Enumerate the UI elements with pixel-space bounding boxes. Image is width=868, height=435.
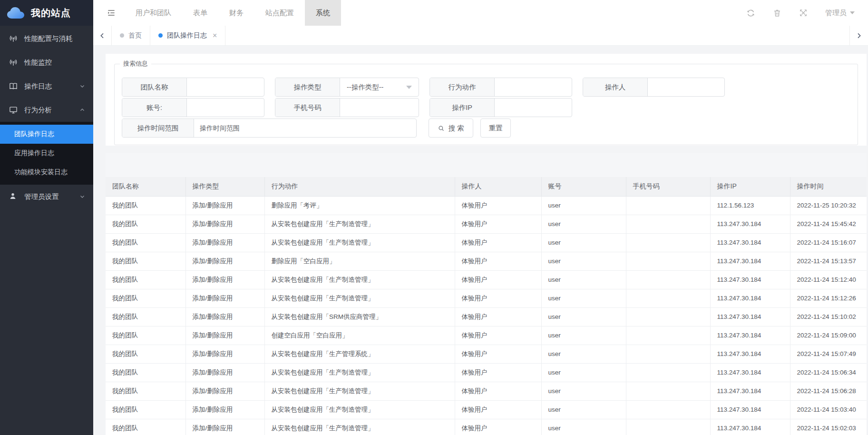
table-cell: 我的团队 [106,307,185,326]
table-cell: 添加/删除应用 [185,400,264,419]
tabs-scroll-left-button[interactable] [93,26,112,45]
close-icon[interactable]: × [213,32,217,40]
search-button[interactable]: 搜 索 [429,119,473,138]
table-cell: user [541,345,626,363]
tab-0[interactable]: 首页 [112,26,150,45]
action-input[interactable] [495,78,572,96]
top-menu-item[interactable]: 站点配置 [254,0,305,26]
refresh-icon[interactable] [746,9,755,18]
table-cell: 我的团队 [106,289,185,307]
table-cell: 我的团队 [106,363,185,382]
table-cell: 113.247.30.184 [710,270,790,289]
table-row: 我的团队添加/删除应用删除应用「空白应用」体验用户user113.247.30.… [106,252,867,270]
team-name-input[interactable] [187,78,264,96]
sidebar-item[interactable]: 操作日志 [0,74,93,98]
search-icon [438,125,445,132]
table-cell [626,233,710,252]
table-cell: 从安装包创建应用「生产制造管理」 [264,233,455,252]
table-cell: 2022-11-25 10:20:32 [790,196,867,215]
search-fieldset: 搜索信息 团队名称 操作类型 --操作类型-- 行为动作 [114,59,858,145]
table-row: 我的团队添加/删除应用创建空白应用「空白应用」体验用户user113.247.3… [106,326,867,345]
monitor-icon [9,105,18,115]
column-header: 团队名称 [106,177,185,196]
sidebar-item[interactable]: 性能监控 [0,50,93,74]
sidebar: 性能配置与消耗性能监控操作日志行为分析团队操作日志应用操作日志功能模块安装日志管… [0,26,93,435]
table-cell: 创建空白应用「空白应用」 [264,326,455,345]
tab-status-dot [158,33,163,38]
action-field: 行为动作 [429,78,572,97]
table-cell: 添加/删除应用 [185,307,264,326]
top-menu-item[interactable]: 用户和团队 [125,0,182,26]
sidebar-subitem[interactable]: 团队操作日志 [0,125,93,144]
search-button-label: 搜 索 [448,124,464,133]
ip-label: 操作IP [430,99,495,117]
table-cell: user [541,326,626,345]
table-cell: 我的团队 [106,270,185,289]
table-cell [626,363,710,382]
logo: 我的站点 [0,0,93,26]
top-menu-item[interactable]: 财务 [218,0,254,26]
table-cell: 体验用户 [455,382,541,400]
table-cell: 我的团队 [106,196,185,215]
table-cell: 从安装包创建应用「生产制造管理」 [264,289,455,307]
broadcast-icon [9,58,18,67]
column-header: 操作时间 [790,177,867,196]
sidebar-item[interactable]: 性能配置与消耗 [0,27,93,50]
tab-active[interactable]: 团队操作日志× [150,26,225,45]
table-cell: user [541,233,626,252]
sidebar-item[interactable]: 管理员设置 [0,185,93,208]
table-row: 我的团队添加/删除应用从安装包创建应用「生产制造管理」体验用户user113.2… [106,382,867,400]
table-cell: 2022-11-24 15:45:42 [790,215,867,233]
account-input[interactable] [187,99,264,117]
sidebar-subitem[interactable]: 功能模块安装日志 [0,163,93,182]
table-cell: 113.247.30.184 [710,363,790,382]
fullscreen-icon[interactable] [799,9,808,17]
table-cell: 113.247.30.184 [710,400,790,419]
phone-label: 手机号码 [275,99,340,117]
table-row: 我的团队添加/删除应用从安装包创建应用「生产制造管理」体验用户user113.2… [106,289,867,307]
table-cell: 体验用户 [455,215,541,233]
search-legend: 搜索信息 [120,59,151,68]
team-name-label: 团队名称 [122,78,187,96]
sidebar-subitem[interactable]: 应用操作日志 [0,144,93,163]
table-cell: 2022-11-24 15:12:40 [790,270,867,289]
table-cell: 体验用户 [455,196,541,215]
top-menu-item[interactable]: 系统 [305,0,341,26]
table-cell [626,419,710,435]
account-label: 账号: [122,99,187,117]
user-menu[interactable]: 管理员 [825,9,855,18]
ip-input[interactable] [495,99,572,117]
table-cell: 2022-11-24 15:10:02 [790,307,867,326]
table-cell: 添加/删除应用 [185,289,264,307]
sidebar-item[interactable]: 行为分析 [0,98,93,122]
chevron-down-icon [79,83,86,89]
ip-field: 操作IP [429,98,572,117]
tabs-scroll-right-button[interactable] [849,26,868,45]
table-cell: 从安装包创建应用「生产制造管理」 [264,270,455,289]
table-cell: 体验用户 [455,345,541,363]
trash-icon[interactable] [773,9,781,17]
table-cell: 2022-11-24 15:09:00 [790,326,867,345]
operation-type-select[interactable]: --操作类型-- [340,78,419,96]
operator-label: 操作人 [583,78,648,96]
operator-input[interactable] [648,78,724,96]
table-cell: 添加/删除应用 [185,345,264,363]
table-cell: 体验用户 [455,289,541,307]
table-cell: 添加/删除应用 [185,215,264,233]
column-header: 账号 [541,177,626,196]
table-cell: user [541,363,626,382]
table-header-row: 团队名称操作类型行为动作操作人账号手机号码操作IP操作时间 [106,177,867,196]
time-range-input[interactable] [194,119,416,137]
table-cell: 删除应用「考评」 [264,196,455,215]
table-cell: 我的团队 [106,233,185,252]
chevron-down-icon [79,193,86,200]
table-cell [626,215,710,233]
reset-button[interactable]: 重置 [480,119,511,138]
table-cell: 我的团队 [106,382,185,400]
table-cell [626,400,710,419]
phone-input[interactable] [340,99,419,117]
collapse-sidebar-icon[interactable] [107,8,116,18]
top-menu-item[interactable]: 表单 [182,0,218,26]
table-cell: 113.247.30.184 [710,252,790,270]
app-root: 性能配置与消耗性能监控操作日志行为分析团队操作日志应用操作日志功能模块安装日志管… [0,0,868,435]
